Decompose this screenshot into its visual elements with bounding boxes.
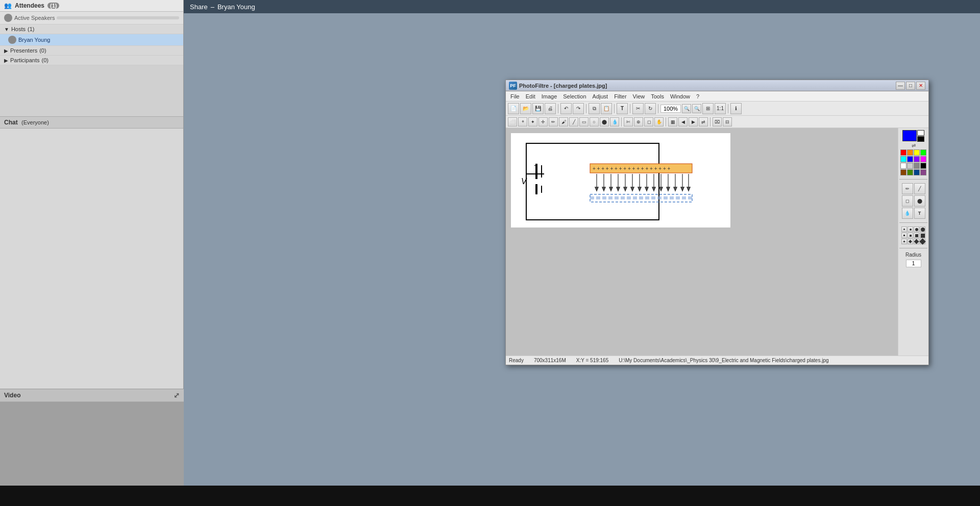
fullscreen-icon[interactable]: ⤢ xyxy=(174,391,180,399)
menu-selection[interactable]: Selection xyxy=(560,93,589,99)
tb2-line-button[interactable]: ╱ xyxy=(569,117,578,127)
palette-color-15[interactable] xyxy=(920,169,926,175)
tb-text-button[interactable]: T xyxy=(617,103,628,114)
tb-paste-button[interactable]: 📋 xyxy=(601,103,612,114)
rt-fill-button[interactable]: ⬤ xyxy=(914,195,925,207)
palette-color-5[interactable] xyxy=(907,156,913,162)
presenters-section[interactable]: ▶ Presenters (0) xyxy=(0,46,183,56)
palette-color-10[interactable] xyxy=(914,163,920,169)
participants-section[interactable]: ▶ Participants (0) xyxy=(0,56,183,65)
menu-help[interactable]: ? xyxy=(694,93,702,99)
chat-label: Chat xyxy=(4,119,18,126)
brush-sq-md-button[interactable] xyxy=(908,233,913,238)
tb2-brush-button[interactable]: 🖌 xyxy=(559,117,568,127)
tb2-magic-button[interactable]: ✦ xyxy=(528,117,537,127)
tb-open-button[interactable]: 📂 xyxy=(520,103,531,114)
menu-image[interactable]: Image xyxy=(539,93,560,99)
palette-color-6[interactable] xyxy=(914,156,920,162)
tb-save-button[interactable]: 💾 xyxy=(532,103,544,114)
tb-undo-button[interactable]: ↶ xyxy=(560,103,572,114)
tb2-pencil-button[interactable]: ✏ xyxy=(549,117,558,127)
tb2-extra1-button[interactable]: ⌧ xyxy=(713,117,722,127)
swap-arrow-icon[interactable]: ⇌ xyxy=(912,143,916,148)
brush-diag-lg-button[interactable] xyxy=(914,239,919,244)
host-item-bryan[interactable]: Bryan Young xyxy=(0,34,183,46)
tb-new-button[interactable]: 📄 xyxy=(508,103,519,114)
palette-color-7[interactable] xyxy=(920,156,926,162)
tb-zoom-out-button[interactable]: 🔍 xyxy=(682,104,691,113)
palette-color-11[interactable] xyxy=(920,163,926,169)
brush-dot-lg-button[interactable] xyxy=(914,226,919,232)
tb2-move-button[interactable]: ✛ xyxy=(538,117,548,127)
secondary-color-swatch[interactable] xyxy=(917,136,924,142)
minimize-button[interactable]: — xyxy=(896,82,905,90)
tb2-crop2-button[interactable]: ✄ xyxy=(624,117,633,127)
brush-dot-xl-button[interactable] xyxy=(920,226,925,232)
swap-colors-row[interactable]: ⇌ xyxy=(912,143,916,148)
rt-pencil-button[interactable]: ✏ xyxy=(902,183,913,194)
palette-color-14[interactable] xyxy=(914,169,920,175)
tb2-erase-button[interactable]: ◻ xyxy=(644,117,653,127)
tb2-hand-button[interactable]: ✋ xyxy=(654,117,664,127)
restore-button[interactable]: □ xyxy=(906,82,915,90)
tb-redo-button[interactable]: ↷ xyxy=(573,103,584,114)
palette-color-0[interactable] xyxy=(900,149,906,156)
hosts-section[interactable]: ▼ Hosts (1) xyxy=(0,24,183,34)
menu-edit[interactable]: Edit xyxy=(523,93,538,99)
palette-color-4[interactable] xyxy=(900,156,906,162)
foreground-color-swatch[interactable] xyxy=(902,130,917,141)
background-color-swatch[interactable] xyxy=(917,130,924,136)
tb2-rect-button[interactable]: ▭ xyxy=(579,117,589,127)
tb2-lasso-button[interactable]: ⌖ xyxy=(518,117,527,127)
brush-diag-sm-button[interactable] xyxy=(901,239,907,244)
tb2-hist-button[interactable]: ▦ xyxy=(668,117,677,127)
rt-line-button[interactable]: ╱ xyxy=(914,183,925,194)
tb2-flip-button[interactable]: ⇌ xyxy=(699,117,708,127)
palette-color-9[interactable] xyxy=(907,163,913,169)
tb-rotate-button[interactable]: ↻ xyxy=(645,103,656,114)
brush-dot-sm-button[interactable] xyxy=(901,226,907,232)
tb-copy-button[interactable]: ⧉ xyxy=(589,103,600,114)
brush-sq-xl-button[interactable] xyxy=(920,233,925,238)
palette-color-8[interactable] xyxy=(900,163,906,169)
brush-sq-sm-button[interactable] xyxy=(901,233,907,238)
tb2-clone-button[interactable]: ⊕ xyxy=(634,117,643,127)
tb-print-button[interactable]: 🖨 xyxy=(545,103,556,114)
close-button[interactable]: ✕ xyxy=(916,82,925,90)
tb2-eyedrop-button[interactable]: 💧 xyxy=(610,117,619,127)
rt-eyedrop-button[interactable]: 💧 xyxy=(902,208,913,219)
menu-file[interactable]: File xyxy=(508,93,522,99)
tb-actual-button[interactable]: 1:1 xyxy=(715,103,726,114)
brush-dot-md-button[interactable] xyxy=(908,226,913,232)
share-content: PF PhotoFiltre - [charged plates.jpg] — … xyxy=(184,13,980,506)
menu-view[interactable]: View xyxy=(630,93,648,99)
tb2-fill-button[interactable]: ⬤ xyxy=(600,117,609,127)
radius-input[interactable] xyxy=(906,260,921,267)
tb-zoom-in-button[interactable]: 🔍 xyxy=(692,104,701,113)
brush-diag-xl-button[interactable] xyxy=(920,239,925,244)
tb2-select-button[interactable]: ⬜ xyxy=(508,117,517,127)
tools-row2: ◻ ⬤ xyxy=(902,195,925,207)
tb-info-button[interactable]: ℹ xyxy=(730,103,742,114)
palette-color-1[interactable] xyxy=(907,149,913,156)
palette-color-2[interactable] xyxy=(914,149,920,156)
menu-tools[interactable]: Tools xyxy=(648,93,667,99)
menu-adjust[interactable]: Adjust xyxy=(590,93,611,99)
tb2-circle-button[interactable]: ○ xyxy=(590,117,599,127)
pf-window-controls[interactable]: — □ ✕ xyxy=(896,82,925,90)
tb2-next-button[interactable]: ▶ xyxy=(689,117,698,127)
palette-color-3[interactable] xyxy=(920,149,926,156)
tb2-extra2-button[interactable]: ⊟ xyxy=(723,117,732,127)
menu-filter[interactable]: Filter xyxy=(611,93,629,99)
menu-window[interactable]: Window xyxy=(668,93,693,99)
tb-crop-button[interactable]: ✂ xyxy=(632,103,644,114)
brush-diag-md-button[interactable] xyxy=(908,239,913,244)
rt-eraser-button[interactable]: ◻ xyxy=(902,195,913,207)
tb2-prev-button[interactable]: ◀ xyxy=(678,117,688,127)
tb-fit-button[interactable]: ⊞ xyxy=(702,103,714,114)
brush-sq-lg-button[interactable] xyxy=(914,233,919,238)
palette-color-13[interactable] xyxy=(907,169,913,175)
rt-text-button[interactable]: T xyxy=(914,208,925,219)
pf-canvas-area[interactable]: + V + + + + + + + + + + + + + + + + + + xyxy=(506,128,898,356)
palette-color-12[interactable] xyxy=(900,169,906,175)
